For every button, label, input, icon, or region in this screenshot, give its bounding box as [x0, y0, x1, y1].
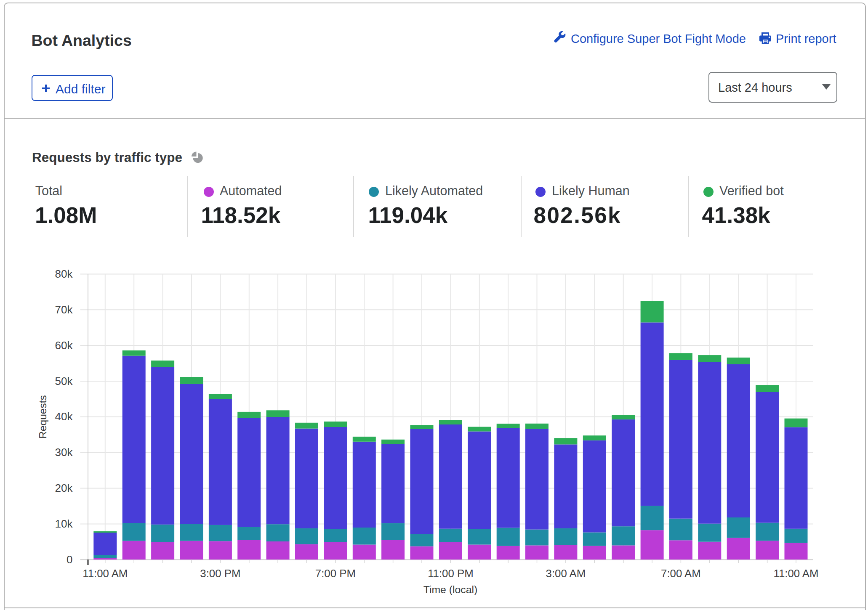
svg-text:Requests: Requests	[37, 395, 48, 439]
svg-text:11:00 PM: 11:00 PM	[428, 568, 474, 579]
svg-text:70k: 70k	[55, 303, 73, 316]
svg-text:10k: 10k	[55, 517, 73, 530]
svg-text:3:00 AM: 3:00 AM	[546, 568, 586, 579]
svg-text:50k: 50k	[55, 375, 73, 387]
svg-text:7:00 AM: 7:00 AM	[661, 568, 701, 579]
svg-text:11:00 AM: 11:00 AM	[83, 568, 128, 579]
svg-text:0: 0	[67, 553, 72, 566]
svg-text:80k: 80k	[55, 268, 73, 280]
svg-text:7:00 PM: 7:00 PM	[315, 568, 356, 579]
svg-text:40k: 40k	[55, 410, 73, 423]
svg-text:60k: 60k	[55, 339, 73, 352]
svg-text:20k: 20k	[55, 482, 73, 494]
svg-text:11:00 AM: 11:00 AM	[773, 568, 818, 579]
svg-text:Time (local): Time (local)	[423, 584, 478, 595]
svg-text:3:00 PM: 3:00 PM	[200, 568, 240, 579]
svg-text:30k: 30k	[55, 446, 73, 459]
